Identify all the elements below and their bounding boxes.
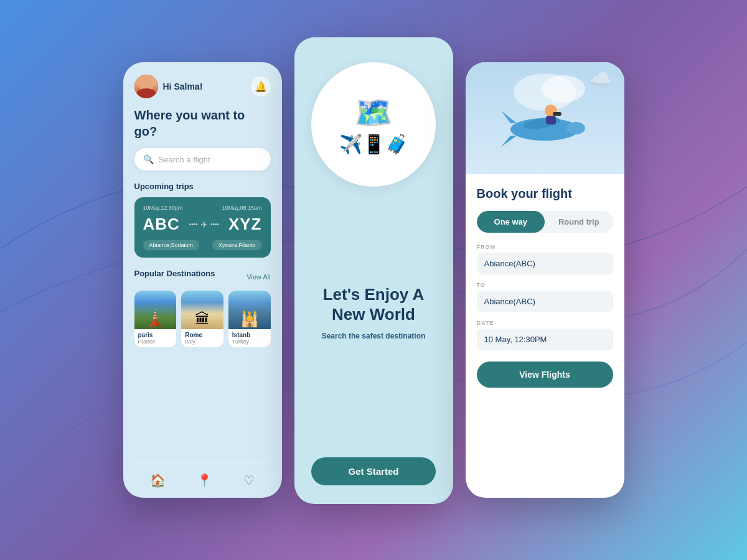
nav-location-icon[interactable]: 📍: [197, 473, 212, 488]
from-code: ABC: [143, 215, 180, 234]
search-bar[interactable]: 🔍 Search a flight: [134, 148, 271, 170]
from-input[interactable]: [477, 253, 613, 274]
svg-point-3: [566, 122, 585, 134]
paris-country: France: [138, 338, 173, 345]
arrive-time: 10May,08:15am: [222, 205, 262, 211]
istanbul-city: Istanb: [232, 332, 267, 338]
route-indicator: •••• ✈ ••••: [189, 220, 219, 230]
svg-marker-4: [501, 111, 517, 123]
nav-heart-icon[interactable]: ♡: [243, 473, 255, 488]
date-input[interactable]: [477, 329, 613, 350]
onboarding-text: Let's Enjoy A New World Search the safes…: [294, 285, 453, 358]
view-flights-button[interactable]: View Flights: [477, 362, 613, 388]
paris-image: [134, 291, 177, 329]
avatar: [134, 75, 158, 98]
phone2-onboarding-screen: 🗺️ ✈️📱🧳 Let's Enjoy A New World Search t…: [294, 37, 453, 504]
istanbul-image: [228, 291, 271, 329]
to-label: TO: [477, 282, 613, 288]
booking-form: Book your flight One way Round trip FROM…: [466, 174, 624, 498]
depart-time: 10May,12:30pm: [143, 205, 183, 211]
popular-header: Popular Destinations View All: [134, 269, 271, 284]
date-label: DATE: [477, 320, 613, 326]
headline-text: Where you want to go?: [134, 107, 271, 139]
trip-card[interactable]: 10May,12:30pm 10May,08:15am ABC •••• ✈ •…: [134, 197, 271, 258]
rome-country: Italy: [185, 338, 220, 345]
plane-icon: ✈: [200, 220, 208, 230]
bottom-nav: 🏠 📍 ♡: [134, 464, 271, 498]
svg-marker-5: [501, 136, 517, 147]
destination-istanbul[interactable]: Istanb Turkey: [228, 291, 271, 347]
svg-rect-8: [546, 116, 556, 124]
paris-label: paris France: [134, 329, 177, 347]
get-started-button[interactable]: Get Started: [311, 457, 436, 485]
destination-rome[interactable]: Rome Italy: [181, 291, 223, 347]
rome-label: Rome Italy: [181, 329, 223, 347]
trip-times: 10May,12:30pm 10May,08:15am: [143, 205, 262, 211]
rome-image: [181, 291, 223, 329]
date-field-group: DATE: [477, 320, 613, 350]
onboarding-title: Let's Enjoy A New World: [313, 285, 435, 324]
to-code: XYZ: [228, 215, 262, 234]
book-flight-title: Book your flight: [477, 187, 613, 201]
svg-point-1: [542, 75, 585, 103]
paris-city: paris: [138, 332, 173, 338]
from-city-badge: Abiance,Sodaium: [143, 240, 200, 250]
to-input[interactable]: [477, 291, 613, 312]
booking-hero: ☁️: [466, 62, 624, 174]
from-field-group: FROM: [477, 244, 613, 274]
phone3-booking-screen: ☁️ B: [466, 62, 624, 498]
rome-city: Rome: [185, 332, 220, 338]
to-city-badge: Xyzaira,Filanto: [212, 240, 262, 250]
from-label: FROM: [477, 244, 613, 250]
bell-icon[interactable]: 🔔: [251, 77, 271, 96]
onboarding-subtitle: Search the safest destination: [313, 332, 435, 340]
to-field-group: TO: [477, 282, 613, 312]
phone1-header: Hi Salma! 🔔: [134, 75, 271, 98]
trip-type-toggle: One way Round trip: [477, 211, 613, 233]
istanbul-label: Istanb Turkey: [228, 329, 271, 347]
search-placeholder-text: Search a flight: [159, 155, 210, 164]
round-trip-button[interactable]: Round trip: [545, 211, 613, 233]
onboarding-illustration: 🗺️ ✈️📱🧳: [311, 62, 436, 187]
search-icon: 🔍: [143, 154, 154, 164]
hero-svg: [495, 73, 594, 161]
trip-route: ABC •••• ✈ •••• XYZ: [143, 215, 262, 234]
phone1-home-screen: Hi Salma! 🔔 Where you want to go? 🔍 Sear…: [123, 62, 282, 498]
istanbul-country: Turkey: [232, 338, 267, 345]
nav-home-icon[interactable]: 🏠: [150, 473, 166, 488]
view-all-link[interactable]: View All: [247, 273, 270, 281]
popular-label: Popular Destinations: [134, 269, 215, 278]
trip-cities: Abiance,Sodaium Xyzaira,Filanto: [143, 240, 262, 250]
one-way-button[interactable]: One way: [477, 211, 545, 233]
destination-paris[interactable]: paris France: [134, 291, 177, 347]
svg-rect-9: [553, 112, 561, 116]
upcoming-trips-label: Upcoming trips: [134, 182, 271, 191]
greeting-text: Hi Salma!: [163, 82, 251, 91]
destinations-grid: paris France Rome Italy Istanb Turkey: [134, 291, 271, 347]
